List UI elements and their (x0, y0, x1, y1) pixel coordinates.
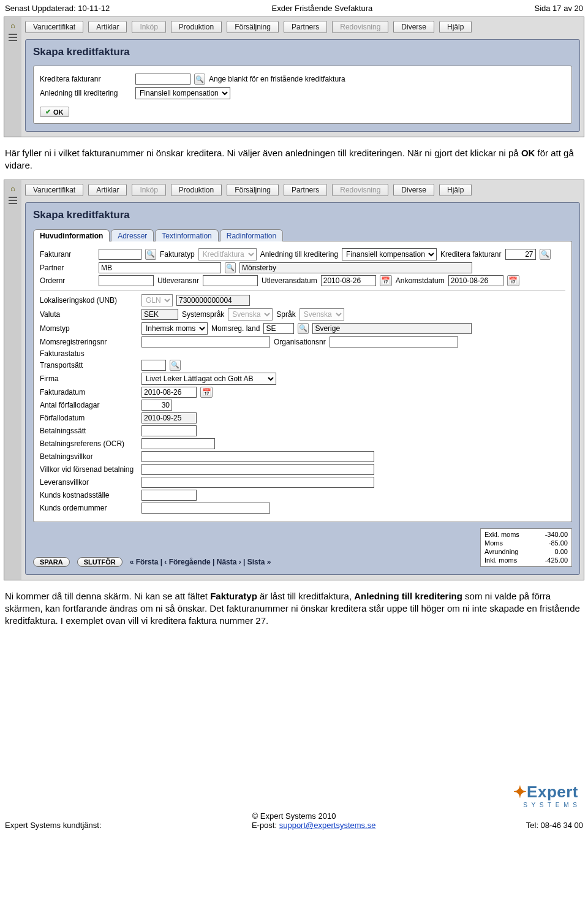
home-icon[interactable]: ⌂ (10, 184, 15, 193)
utleveransdatum-label: Utleveransdatum (262, 276, 317, 285)
kunds-kostnadsstalle-input[interactable] (141, 490, 197, 501)
ankomstdatum-label: Ankomstdatum (396, 276, 445, 285)
orgnr-input[interactable] (330, 336, 458, 347)
search-icon[interactable]: 🔍 (298, 323, 309, 334)
anledning-select-2[interactable]: Finansiell kompensation (342, 248, 437, 260)
doc-header-left: Senast Uppdaterad: 10-11-12 (5, 4, 110, 13)
totals-inkl-label: Inkl. moms (484, 556, 517, 564)
fakturadatum-label: Fakturadatum (40, 388, 138, 397)
ok-button[interactable]: ✔ OK (40, 107, 69, 117)
kunds-ordernr-input[interactable] (141, 503, 270, 514)
menu-diverse[interactable]: Diverse (393, 184, 434, 196)
menu-forsaljning[interactable]: Försäljning (227, 184, 279, 196)
menu-varucertifikat[interactable]: Varucertifikat (25, 184, 83, 196)
menu-inkop: Inköp (132, 184, 165, 196)
utleveransnr-label: Utleveransnr (157, 276, 199, 285)
list-icon[interactable] (9, 197, 17, 204)
menu-forsaljning[interactable]: Försäljning (227, 21, 279, 33)
app-window-2: ⌂ Varucertifikat Artiklar Inköp Produkti… (4, 180, 584, 580)
tab-adresser[interactable]: Adresser (111, 229, 154, 241)
calendar-icon[interactable]: 📅 (200, 387, 213, 398)
detail-form: Fakturanr 🔍 Fakturatyp Kreditfaktura Anl… (33, 241, 572, 522)
search-icon[interactable]: 🔍 (225, 262, 236, 273)
home-icon[interactable]: ⌂ (10, 21, 15, 30)
panel-2: Skapa kreditfaktura Huvudinformation Adr… (25, 202, 580, 575)
utleveransnr-input[interactable] (203, 275, 258, 286)
menu-artiklar[interactable]: Artiklar (88, 184, 127, 196)
firma-select[interactable]: Livet Leker Lättlagat och Gott AB (141, 373, 276, 385)
momsreg-code-input[interactable] (263, 323, 294, 334)
complete-button[interactable]: SLUTFÖR (77, 557, 123, 567)
lokaliseringskod-input (176, 295, 250, 306)
form-box: Kreditera fakturanr 🔍 Ange blankt för en… (33, 66, 572, 124)
doc-header-center: Exder Fristående Svefaktura (272, 4, 373, 13)
ocr-input[interactable] (141, 438, 215, 449)
svg-rect-2 (9, 40, 17, 41)
tab-radinformation[interactable]: Radinformation (220, 229, 283, 241)
kreditera-fakturanr-input-2[interactable] (505, 249, 536, 260)
totals-box: Exkl. moms-340.00 Moms-85.00 Avrundning0… (480, 528, 572, 567)
menu-produktion[interactable]: Produktion (171, 184, 222, 196)
anledning-label-2: Anledning till kreditering (260, 250, 338, 259)
villkor-forsenad-input[interactable] (141, 464, 374, 475)
fakturatyp-label: Fakturatyp (160, 250, 195, 259)
doc-header-right: Sida 17 av 20 (534, 4, 583, 13)
momstyp-select[interactable]: Inhemsk moms (141, 322, 208, 335)
transportsatt-input[interactable] (141, 360, 166, 371)
support-email-link[interactable]: support@expertsystems.se (279, 821, 376, 830)
kreditera-fakturanr-input[interactable] (135, 74, 190, 85)
utleveransdatum-input[interactable] (321, 275, 376, 286)
pager-links[interactable]: « Första | ‹ Föregående | Nästa › | Sist… (130, 558, 271, 566)
totals-inkl-val: -425.00 (545, 556, 568, 564)
svg-rect-0 (9, 34, 17, 35)
tab-textinformation[interactable]: Textinformation (155, 229, 218, 241)
list-icon[interactable] (9, 34, 17, 41)
tab-huvudinformation[interactable]: Huvudinformation (33, 229, 110, 241)
app-window-1: ⌂ Varucertifikat Artiklar Inköp Produkti… (4, 17, 584, 137)
ankomstdatum-input[interactable] (448, 275, 503, 286)
menu-hjalp[interactable]: Hjälp (439, 21, 472, 33)
momsregnr-label: Momsregistreringsnr (40, 338, 138, 346)
save-button[interactable]: SPARA (33, 557, 70, 567)
menu-diverse[interactable]: Diverse (393, 21, 434, 33)
search-icon[interactable]: 🔍 (540, 249, 551, 260)
calendar-icon[interactable]: 📅 (380, 275, 392, 286)
betalningsvillkor-label: Betalningsvillkor (40, 452, 138, 461)
menu-produktion[interactable]: Produktion (171, 21, 222, 33)
kreditera-fakturanr-label-2: Kreditera fakturanr (440, 250, 501, 259)
momstyp-label: Momstyp (40, 324, 138, 333)
momsregnr-input[interactable] (141, 336, 270, 347)
left-gutter-2: ⌂ (4, 180, 21, 580)
search-icon[interactable]: 🔍 (145, 249, 156, 260)
menu-partners[interactable]: Partners (284, 184, 327, 196)
betalningssatt-input[interactable] (141, 425, 197, 436)
svg-rect-3 (9, 197, 17, 198)
lokaliseringskod-label: Lokaliseringskod (UNB) (40, 296, 138, 305)
menu-partners[interactable]: Partners (284, 21, 327, 33)
panel-1: Skapa kreditfaktura Kreditera fakturanr … (25, 39, 580, 132)
momsreg-label: Momsreg. land (211, 324, 260, 333)
totals-exkl-val: -340.00 (545, 530, 568, 539)
menu-hjalp[interactable]: Hjälp (439, 184, 472, 196)
ordernr-input[interactable] (99, 275, 154, 286)
villkor-forsenad-label: Villkor vid försenad betalning (40, 465, 138, 474)
calendar-icon[interactable]: 📅 (507, 275, 519, 286)
totals-exkl-label: Exkl. moms (484, 530, 519, 539)
systemsprak-label: Systemspråk (182, 310, 224, 319)
search-icon[interactable]: 🔍 (170, 360, 181, 371)
search-icon[interactable]: 🔍 (194, 74, 205, 85)
pager-bar: SPARA SLUTFÖR « Första | ‹ Föregående | … (33, 528, 572, 567)
leveransvillkor-input[interactable] (141, 477, 374, 488)
systemsprak-select: Svenska (228, 308, 273, 321)
leveransvillkor-label: Leveransvillkor (40, 478, 138, 487)
antal-forfallodagar-input[interactable] (141, 400, 172, 411)
fakturastatus-label: Fakturastatus (40, 349, 138, 358)
fakturanr-input[interactable] (99, 249, 141, 260)
partner-code-input[interactable] (99, 262, 221, 273)
anledning-select[interactable]: Finansiell kompensation (135, 87, 230, 99)
betalningsvillkor-input[interactable] (141, 451, 374, 462)
fakturadatum-input[interactable] (141, 387, 197, 398)
fakturatyp-select: Kreditfaktura (198, 248, 257, 260)
menu-varucertifikat[interactable]: Varucertifikat (25, 21, 83, 33)
menu-artiklar[interactable]: Artiklar (88, 21, 127, 33)
